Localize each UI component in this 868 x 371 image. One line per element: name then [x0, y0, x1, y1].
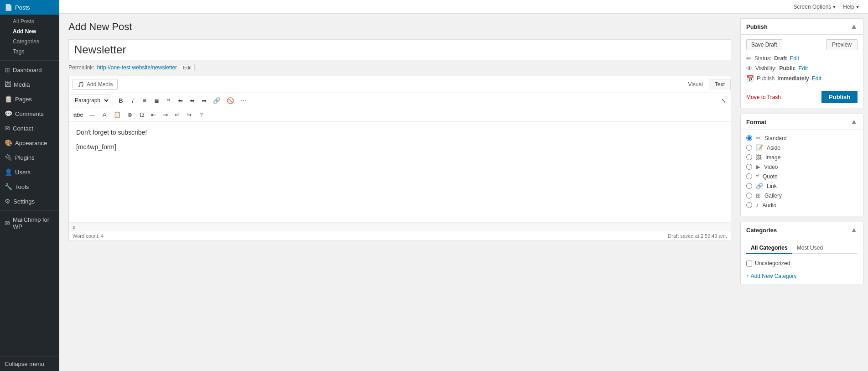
save-draft-button[interactable]: Save Draft	[746, 39, 782, 50]
format-metabox-header[interactable]: Format ▲	[741, 114, 863, 130]
format-option-audio: ♪ Audio	[746, 202, 858, 209]
status-icon: ✏	[746, 55, 752, 62]
sidebar-sub-tags[interactable]: Tags	[10, 47, 59, 57]
italic-button[interactable]: I	[127, 95, 138, 106]
editor-tabs: Visual Text	[682, 79, 731, 90]
sidebar-item-users[interactable]: 👤 Users	[0, 165, 59, 179]
strikethrough-button[interactable]: abc	[71, 110, 86, 120]
move-to-trash-link[interactable]: Move to Trash	[746, 94, 781, 100]
align-left-button[interactable]: ⬅	[175, 95, 186, 106]
undo-button[interactable]: ↩	[172, 110, 183, 120]
help-button-toolbar[interactable]: ?	[196, 110, 207, 120]
sidebar-item-contact[interactable]: ✉ Contact	[0, 121, 59, 136]
permalink-url[interactable]: http://one-test.website/newsletter	[97, 64, 177, 71]
align-center-button[interactable]: ⬌	[187, 95, 198, 106]
add-new-category-link[interactable]: + Add New Category	[746, 273, 858, 279]
tab-text[interactable]: Text	[709, 79, 731, 90]
format-label-quote[interactable]: Quote	[763, 173, 778, 180]
format-radio-aside[interactable]	[746, 145, 752, 151]
toolbar-row-1: Paragraph Heading 1 Heading 2 Heading 3 …	[69, 93, 731, 108]
format-option-video: ▶ Video	[746, 163, 858, 170]
status-value: Draft	[774, 55, 787, 62]
tab-all-categories[interactable]: All Categories	[746, 243, 792, 254]
category-label-uncategorized[interactable]: Uncategorized	[755, 260, 790, 266]
sidebar-sub-all-posts[interactable]: All Posts	[10, 16, 59, 26]
format-radio-video[interactable]	[746, 164, 752, 170]
list-item: Uncategorized	[746, 259, 858, 267]
dashboard-icon: ⊞	[5, 66, 10, 73]
indent-button[interactable]: ⇥	[160, 110, 171, 120]
sidebar-item-settings[interactable]: ⚙ Settings	[0, 194, 59, 209]
preview-button[interactable]: Preview	[826, 39, 858, 50]
format-label-video[interactable]: Video	[764, 164, 778, 170]
format-label-image[interactable]: Image	[765, 154, 780, 161]
image-icon: 🖼	[756, 154, 762, 161]
editor-content[interactable]: Don't forget to subscribe! [mc4wp_form]	[69, 122, 731, 222]
status-label: Status:	[754, 55, 771, 62]
tab-most-used[interactable]: Most Used	[792, 243, 827, 254]
insert-link-button[interactable]: 🔗	[210, 95, 223, 106]
sidebar-item-media[interactable]: 🖼 Media	[0, 77, 59, 92]
sidebar-item-plugins[interactable]: 🔌 Plugins	[0, 150, 59, 165]
chevron-up-icon: ▲	[850, 22, 858, 31]
format-label-gallery[interactable]: Gallery	[764, 193, 782, 199]
main-area: Screen Options ▾ Help ▾ Add New Post Per…	[59, 0, 868, 371]
sidebar-item-mailchimp[interactable]: ✉ MailChimp for WP	[0, 213, 59, 234]
format-radio-link[interactable]	[746, 183, 752, 189]
bold-button[interactable]: B	[115, 95, 126, 106]
format-option-quote: ❝ Quote	[746, 173, 858, 180]
clear-format-button[interactable]: ⊗	[125, 110, 135, 120]
sidebar-item-comments[interactable]: 💬 Comments	[0, 106, 59, 121]
collapse-menu[interactable]: Collapse menu	[0, 356, 59, 371]
sidebar-item-appearance[interactable]: 🎨 Appearance	[0, 136, 59, 150]
tab-visual[interactable]: Visual	[682, 79, 709, 90]
sidebar-item-pages[interactable]: 📋 Pages	[0, 92, 59, 106]
format-radio-gallery[interactable]	[746, 193, 752, 199]
align-right-button[interactable]: ➡	[198, 95, 209, 106]
sidebar-sub-add-new[interactable]: Add New	[10, 26, 59, 37]
sidebar-item-dashboard[interactable]: ⊞ Dashboard	[0, 63, 59, 77]
outdent-button[interactable]: ⇤	[148, 110, 159, 120]
draft-saved: Draft saved at 2:59:49 am.	[668, 233, 727, 239]
sidebar-item-posts[interactable]: 📄 Posts	[0, 0, 59, 15]
sidebar-sub-categories[interactable]: Categories	[10, 37, 59, 47]
unlink-button[interactable]: 🚫	[224, 95, 237, 106]
add-media-button[interactable]: 🎵 Add Media	[73, 79, 118, 90]
publish-metabox-header[interactable]: Publish ▲	[741, 19, 863, 35]
screen-options-button[interactable]: Screen Options ▾	[790, 4, 840, 10]
categories-metabox-header[interactable]: Categories ▲	[741, 222, 863, 238]
fullscreen-button[interactable]: ⤡	[718, 95, 729, 106]
format-radio-audio[interactable]	[746, 202, 752, 208]
publish-button[interactable]: Publish	[821, 91, 858, 103]
permalink-edit-button[interactable]: Edit	[180, 64, 195, 71]
category-checkbox-uncategorized[interactable]	[746, 261, 752, 266]
format-label-aside[interactable]: Aside	[767, 145, 780, 151]
format-select[interactable]: Paragraph Heading 1 Heading 2 Heading 3	[71, 94, 110, 106]
help-button[interactable]: Help ▾	[839, 4, 863, 10]
tools-icon: 🔧	[5, 183, 12, 190]
format-radio-standard[interactable]	[746, 135, 752, 141]
format-label-audio[interactable]: Audio	[763, 202, 777, 209]
insert-more-button[interactable]: ⋯	[238, 95, 249, 106]
blockquote-button[interactable]: ❝	[163, 95, 174, 106]
status-edit-link[interactable]: Edit	[790, 55, 799, 62]
horizontal-rule-button[interactable]: —	[87, 110, 98, 120]
visibility-edit-link[interactable]: Edit	[798, 65, 808, 72]
redo-button[interactable]: ↪	[184, 110, 195, 120]
sidebar-item-tools[interactable]: 🔧 Tools	[0, 179, 59, 194]
chevron-down-icon: ▾	[833, 4, 836, 10]
posts-icon: 📄	[5, 4, 12, 11]
format-radio-image[interactable]	[746, 154, 752, 160]
ordered-list-button[interactable]: ≣	[151, 95, 162, 106]
format-label-standard[interactable]: Standard	[764, 135, 787, 141]
format-label-link[interactable]: Link	[767, 183, 777, 189]
post-title-input[interactable]	[68, 39, 731, 60]
publish-time-row: 📅 Publish immediately Edit	[746, 75, 858, 82]
unordered-list-button[interactable]: ≡	[139, 95, 150, 106]
special-char-button[interactable]: Ω	[136, 110, 147, 120]
text-color-button[interactable]: A	[99, 110, 110, 120]
categories-metabox-body: All Categories Most Used Uncategorized +…	[741, 238, 863, 284]
format-radio-quote[interactable]	[746, 173, 752, 179]
publish-time-edit-link[interactable]: Edit	[812, 75, 821, 82]
paste-text-button[interactable]: 📋	[111, 110, 124, 120]
